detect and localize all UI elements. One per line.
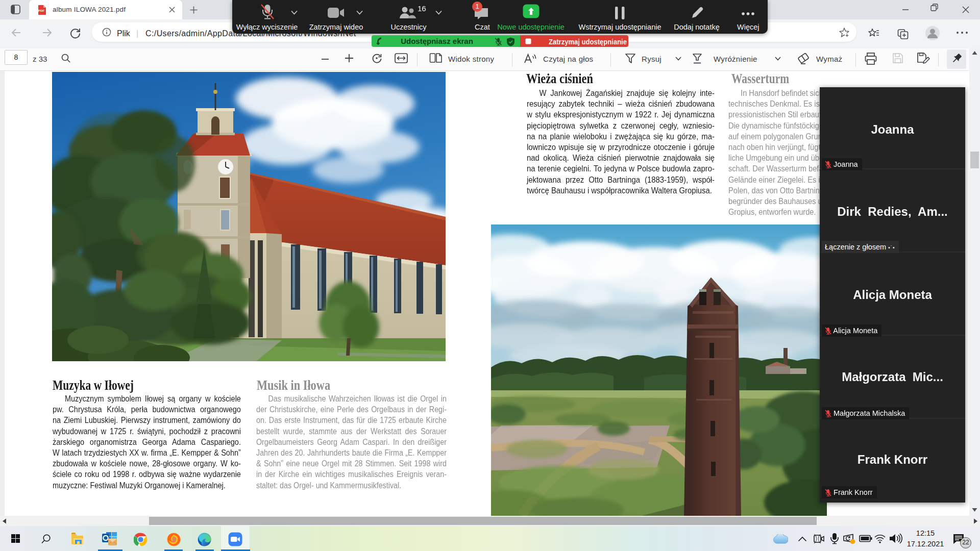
svg-text:PDF: PDF: [38, 9, 45, 12]
